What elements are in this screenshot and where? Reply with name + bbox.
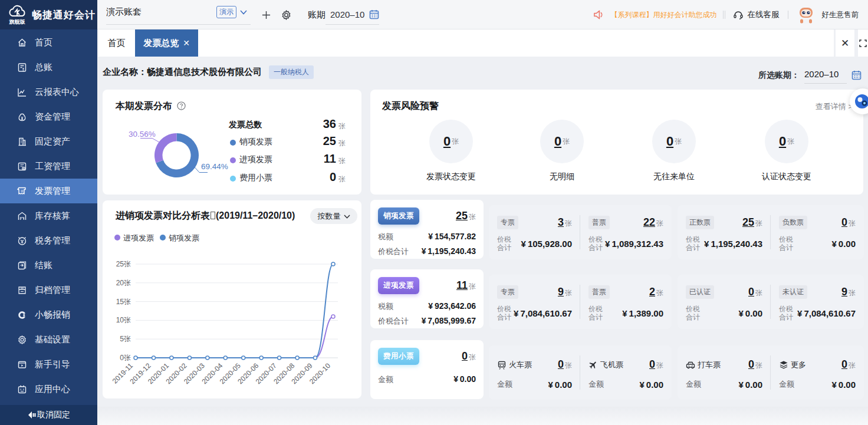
svg-text:25张: 25张 <box>116 260 131 268</box>
svg-text:20张: 20张 <box>116 279 131 287</box>
svg-text:进项发票: 进项发票 <box>123 233 154 242</box>
svg-text:销项发票: 销项发票 <box>169 233 199 242</box>
svg-text:10张: 10张 <box>116 316 131 324</box>
svg-text:5张: 5张 <box>120 335 131 343</box>
svg-text:0张: 0张 <box>120 354 131 362</box>
svg-text:30.56%: 30.56% <box>129 130 156 139</box>
svg-text:15张: 15张 <box>116 298 131 306</box>
svg-text:69.44%: 69.44% <box>201 162 228 171</box>
